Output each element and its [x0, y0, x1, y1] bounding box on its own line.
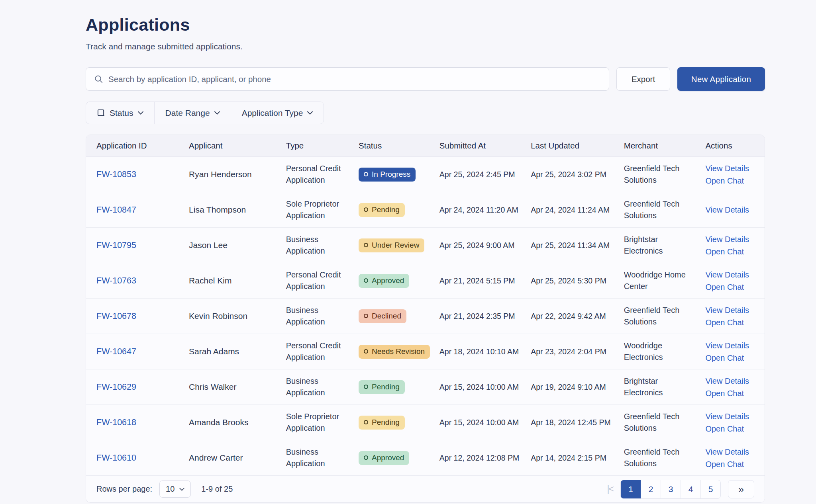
status-badge: Pending	[359, 203, 405, 217]
application-id-link[interactable]: FW-10647	[96, 347, 136, 356]
application-type: Business Application	[286, 446, 350, 469]
application-id-link[interactable]: FW-10678	[96, 311, 136, 321]
status-cell: Needs Revision	[359, 334, 439, 369]
submitted-at-cell: Apr 18, 2024 10:10 AM	[439, 334, 531, 369]
application-id-link[interactable]: FW-10610	[96, 453, 136, 463]
page-button-2[interactable]: 2	[641, 480, 661, 498]
status-badge: Declined	[359, 309, 406, 323]
view-details-link[interactable]: View Details	[705, 270, 760, 280]
application-type: Business Application	[286, 305, 350, 328]
status-cell: Pending	[359, 405, 439, 440]
actions-cell: View DetailsOpen Chat	[705, 334, 765, 369]
submitted-at-cell: Apr 24, 2024 11:20 AM	[439, 192, 531, 228]
open-chat-link[interactable]: Open Chat	[705, 459, 760, 469]
page-button-5[interactable]: 5	[700, 480, 720, 498]
applicant-name: Jason Lee	[189, 240, 228, 250]
applicant-cell: Lisa Thompson	[189, 192, 286, 228]
first-page-button[interactable]: |<	[607, 484, 613, 494]
application-id-link[interactable]: FW-10618	[96, 418, 136, 427]
last-updated: Apr 22, 2024 9:42 AM	[531, 312, 606, 320]
actions-cell-links: View DetailsOpen Chat	[705, 163, 760, 186]
applicant-name: Lisa Thompson	[189, 205, 246, 214]
date-range-filter-button[interactable]: Date Range	[154, 102, 231, 124]
merchant-name: Brightstar Electronics	[624, 375, 690, 399]
application-id-link[interactable]: FW-10847	[96, 205, 136, 215]
application-type: Personal Credit Application	[286, 163, 350, 186]
status-label: Pending	[372, 383, 400, 391]
open-chat-link[interactable]: Open Chat	[705, 424, 760, 434]
status-circle-icon	[364, 455, 368, 460]
application-id-link[interactable]: FW-10763	[96, 276, 136, 285]
submitted-at-cell: Apr 25, 2024 9:00 AM	[439, 228, 531, 263]
type-cell: Business Application	[286, 369, 359, 405]
merchant-cell: Greenfield Tech Solutions	[624, 440, 706, 476]
chevron-down-icon	[307, 111, 313, 115]
actions-cell-links: View DetailsOpen Chat	[705, 305, 760, 328]
type-cell: Business Application	[286, 228, 359, 263]
view-details-link[interactable]: View Details	[705, 163, 760, 174]
merchant-cell: Brightstar Electronics	[624, 228, 706, 263]
status-label: In Progress	[372, 170, 410, 179]
view-details-link[interactable]: View Details	[705, 411, 760, 422]
open-chat-link[interactable]: Open Chat	[705, 246, 760, 257]
application-id-cell: FW-10610	[86, 440, 189, 476]
status-circle-icon	[364, 349, 368, 354]
view-details-link[interactable]: View Details	[705, 234, 760, 244]
page-button-1[interactable]: 1	[621, 480, 641, 498]
open-chat-link[interactable]: Open Chat	[705, 282, 760, 292]
application-id-cell: FW-10647	[86, 334, 189, 369]
filter-icon	[97, 109, 105, 117]
view-details-link[interactable]: View Details	[705, 305, 760, 315]
view-details-link[interactable]: View Details	[705, 447, 760, 457]
applicant-cell: Rachel Kim	[189, 263, 286, 299]
application-type-filter-button[interactable]: Application Type	[231, 102, 324, 124]
submitted-at-cell: Apr 15, 2024 10:00 AM	[439, 369, 531, 405]
last-updated-cell: Apr 25, 2024 11:34 AM	[531, 228, 624, 263]
merchant-cell: Brightstar Electronics	[624, 369, 706, 405]
export-button[interactable]: Export	[616, 67, 670, 91]
merchant-cell: Greenfield Tech Solutions	[624, 405, 706, 440]
status-label: Needs Revision	[372, 347, 425, 356]
actions-cell: View DetailsOpen Chat	[705, 228, 765, 263]
view-details-link[interactable]: View Details	[705, 205, 760, 215]
application-id-link[interactable]: FW-10795	[96, 240, 136, 250]
view-details-link[interactable]: View Details	[705, 340, 760, 351]
search-box[interactable]	[86, 67, 609, 91]
application-type: Sole Proprietor Application	[286, 198, 350, 221]
table-row: FW-10647 Sarah Adams Personal Credit App…	[86, 334, 765, 369]
table-row: FW-10763 Rachel Kim Personal Credit Appl…	[86, 263, 765, 299]
table-row: FW-10618 Amanda Brooks Sole Proprietor A…	[86, 405, 765, 440]
merchant-name: Greenfield Tech Solutions	[624, 198, 690, 221]
status-filter-button[interactable]: Status	[86, 102, 154, 124]
page-button-3[interactable]: 3	[661, 480, 681, 498]
applicant-name: Andrew Carter	[189, 453, 243, 462]
submitted-at: Apr 15, 2024 10:00 AM	[439, 418, 519, 427]
pager: |< 12345 »	[607, 480, 754, 499]
filter-bar: Status Date Range Application Type	[86, 102, 324, 124]
new-application-button[interactable]: New Application	[677, 67, 765, 91]
column-header-type: Type	[286, 135, 359, 157]
actions-cell-links: View DetailsOpen Chat	[705, 340, 760, 363]
application-id-cell: FW-10629	[86, 369, 189, 405]
type-cell: Personal Credit Application	[286, 334, 359, 369]
next-pages-button[interactable]: »	[728, 480, 754, 498]
applicant-cell: Sarah Adams	[189, 334, 286, 369]
column-header-status: Status	[359, 135, 439, 157]
open-chat-link[interactable]: Open Chat	[705, 353, 760, 363]
open-chat-link[interactable]: Open Chat	[705, 176, 760, 186]
open-chat-link[interactable]: Open Chat	[705, 317, 760, 328]
submitted-at-cell: Apr 25, 2024 2:45 PM	[439, 157, 531, 192]
view-details-link[interactable]: View Details	[705, 376, 760, 386]
actions-cell-links: View DetailsOpen Chat	[705, 270, 760, 292]
search-input[interactable]	[108, 74, 601, 84]
page-button-4[interactable]: 4	[681, 480, 700, 498]
table-header-row: Application IDApplicantTypeStatusSubmitt…	[86, 135, 765, 157]
open-chat-link[interactable]: Open Chat	[705, 388, 760, 399]
rows-per-page-select[interactable]: 10	[159, 481, 191, 498]
application-type: Personal Credit Application	[286, 340, 350, 363]
application-id-link[interactable]: FW-10629	[96, 382, 136, 392]
application-id-link[interactable]: FW-10853	[96, 170, 136, 179]
pagination-range-label: 1-9 of 25	[201, 484, 233, 494]
application-type: Business Application	[286, 234, 350, 257]
merchant-name: Greenfield Tech Solutions	[624, 163, 690, 186]
